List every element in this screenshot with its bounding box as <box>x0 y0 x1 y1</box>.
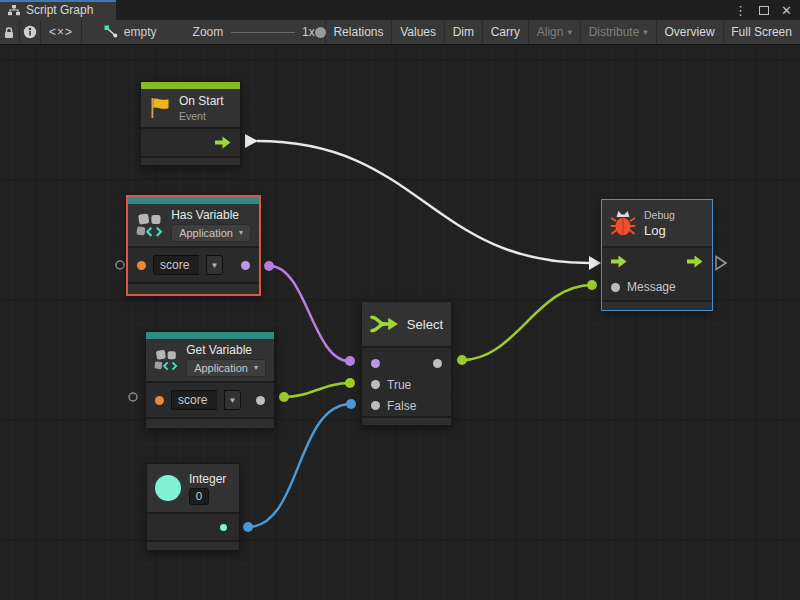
zoom-slider-handle[interactable] <box>315 27 326 38</box>
zoom-slider-track <box>231 32 295 34</box>
node-footer <box>602 302 712 310</box>
port-result-output[interactable] <box>241 261 250 270</box>
align-dropdown: Align▾ <box>529 20 580 44</box>
wire-endpoint-dot[interactable] <box>346 399 356 409</box>
node-footer <box>141 158 240 165</box>
variables-icon <box>154 346 178 374</box>
scope-dropdown[interactable]: Application▾ <box>186 359 266 377</box>
fullscreen-button[interactable]: Full Screen <box>723 20 800 44</box>
node-footer <box>362 418 451 425</box>
graph-icon <box>8 5 20 16</box>
node-footer <box>128 284 259 294</box>
kebab-menu-icon[interactable]: ⋮ <box>734 4 747 17</box>
close-icon[interactable]: ✕ <box>781 4 792 17</box>
tab-script-graph[interactable]: Script Graph <box>0 0 116 20</box>
wire-endpoint-dot[interactable] <box>345 378 355 388</box>
port-selection-output[interactable] <box>433 359 442 368</box>
flow-target-arrow <box>589 256 601 270</box>
overview-button[interactable]: Overview <box>657 20 723 44</box>
wire-select-to-message[interactable] <box>462 285 592 360</box>
node-title: Has Variable <box>171 208 251 222</box>
tab-bar: Script Graph ⋮ ✕ <box>0 0 800 20</box>
integer-value-field[interactable] <box>189 488 209 505</box>
variable-name-dropdown[interactable]: ▼ <box>224 390 241 410</box>
zoom-value: 1x <box>302 25 315 39</box>
wire-getvariable-to-true[interactable] <box>284 383 350 397</box>
unconnected-port-ring[interactable] <box>129 393 137 401</box>
variable-color-bar <box>146 332 274 339</box>
node-has-variable[interactable]: Has Variable Application▾ ▼ <box>126 195 261 296</box>
node-on-start[interactable]: On Start Event <box>140 81 241 166</box>
wire-onstart-to-log[interactable] <box>257 141 589 263</box>
inspector-status: empty <box>104 25 157 39</box>
relations-button[interactable]: Relations <box>325 20 391 44</box>
lock-icon <box>3 26 15 39</box>
wire-hasvariable-to-select[interactable] <box>270 266 349 361</box>
graph-canvas[interactable]: On Start Event <box>0 46 800 600</box>
distribute-dropdown: Distribute▾ <box>581 20 656 44</box>
node-title: On Start <box>179 94 224 108</box>
info-button[interactable] <box>19 20 40 44</box>
event-color-bar <box>141 82 240 89</box>
zoom-slider[interactable] <box>231 26 295 38</box>
port-message-input[interactable] <box>611 283 620 292</box>
variable-name-field[interactable] <box>171 390 217 410</box>
toolbar-separator <box>81 20 82 44</box>
lock-button[interactable] <box>0 20 19 44</box>
variable-name-dropdown[interactable]: ▼ <box>206 255 223 275</box>
flow-input-port[interactable] <box>611 255 627 268</box>
tab-title: Script Graph <box>26 3 93 17</box>
port-target-input[interactable] <box>137 261 146 270</box>
wire-endpoint-dot[interactable] <box>243 522 253 532</box>
flag-icon <box>149 96 171 120</box>
wire-endpoint-dot[interactable] <box>587 280 597 290</box>
script-graph-window: Script Graph ⋮ ✕ <×> <box>0 0 800 600</box>
pointer-node-icon <box>104 25 118 39</box>
flow-output-port[interactable] <box>687 255 703 268</box>
variables-icon <box>136 211 163 239</box>
port-false-input[interactable] <box>371 401 380 410</box>
node-integer[interactable]: Integer <box>146 463 240 551</box>
chevron-down-icon: ▾ <box>567 28 572 37</box>
node-footer <box>146 419 274 428</box>
zoom-label: Zoom <box>193 25 224 39</box>
node-footer <box>147 542 239 550</box>
port-label-message: Message <box>627 280 676 294</box>
graph-toolbar: <×> empty Zoom 1x Relations Values Dim C… <box>0 20 800 45</box>
integer-literal-icon <box>155 475 181 501</box>
port-true-input[interactable] <box>371 380 380 389</box>
node-title: Log <box>644 223 675 238</box>
node-title: Integer <box>189 472 226 486</box>
wire-endpoint-dot[interactable] <box>264 261 274 271</box>
selection-label: empty <box>124 25 157 39</box>
dim-button[interactable]: Dim <box>445 20 482 44</box>
node-select[interactable]: Select True False <box>361 301 452 426</box>
scope-dropdown[interactable]: Application▾ <box>171 224 251 242</box>
node-title: Select <box>407 317 443 332</box>
flow-output-port[interactable] <box>215 136 231 149</box>
values-button[interactable]: Values <box>392 20 444 44</box>
flow-continue-triangle <box>716 257 726 270</box>
port-label-false: False <box>387 399 416 413</box>
unconnected-port-ring[interactable] <box>116 261 124 269</box>
bug-icon <box>610 209 636 237</box>
chevron-down-icon: ▾ <box>643 28 648 37</box>
port-value-output[interactable] <box>256 396 265 405</box>
code-preview-button[interactable]: <×> <box>41 20 81 44</box>
wire-endpoint-dot[interactable] <box>457 355 467 365</box>
window-controls: ⋮ ✕ <box>734 0 800 20</box>
node-debug-log[interactable]: Debug Log Message <box>601 199 713 311</box>
select-merge-icon <box>370 313 399 335</box>
wire-endpoint-dot[interactable] <box>345 356 355 366</box>
port-target-input[interactable] <box>155 396 164 405</box>
variable-name-field[interactable] <box>153 255 199 275</box>
wire-endpoint-dot[interactable] <box>279 392 289 402</box>
port-condition-input[interactable] <box>371 359 380 368</box>
port-integer-output[interactable] <box>220 524 227 531</box>
maximize-icon[interactable] <box>759 6 769 15</box>
node-get-variable[interactable]: Get Variable Application▾ ▼ <box>145 331 275 429</box>
carry-button[interactable]: Carry <box>483 20 528 44</box>
chevron-down-icon: ▾ <box>254 364 258 372</box>
node-subtitle: Event <box>179 110 224 122</box>
node-category: Debug <box>644 209 675 221</box>
